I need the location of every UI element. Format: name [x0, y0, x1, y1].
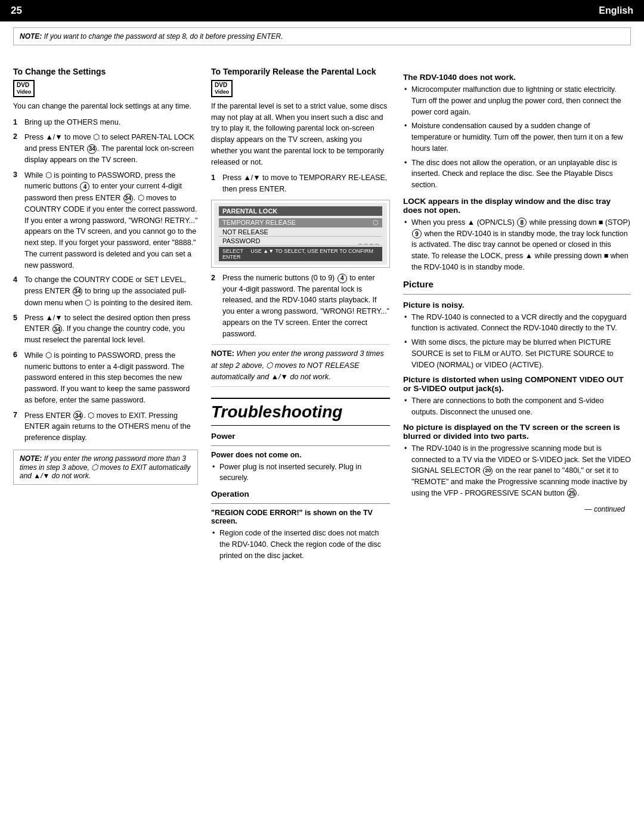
rdv-bullet-3: The disc does not allow the operation, o… [403, 157, 631, 191]
rdv-not-work-bullets: Microcomputer malfunction due to lightni… [403, 84, 631, 191]
picture-distorted-heading: Picture is distorted when using COMPONEN… [403, 375, 631, 393]
dvd-badge-1: DVD Video [13, 80, 35, 97]
no-picture-heading: No picture is displayed on the TV screen… [403, 423, 631, 441]
no-picture-bullets: The RDV-1040 is in the progressive scann… [403, 443, 631, 499]
step-4: 4 To change the COUNTRY CODE or SET LEVE… [13, 274, 198, 308]
section2-steps-2: 2 Press the numeric buttons (0 to 9) 4 t… [211, 272, 390, 340]
picture-heading: Picture [403, 279, 631, 289]
picture-noisy-bullet-1: The RDV-1040 is connected to a VCR direc… [403, 312, 631, 335]
section2-step-1: 1 Press ▲/▼ to move to TEMPORARY RE-LEAS… [211, 172, 390, 195]
page-number: 25 [11, 5, 22, 17]
rdv-bullet-2: Moisture condensation caused by a sudden… [403, 120, 631, 154]
no-picture-bullet-1: The RDV-1040 is in the progressive scann… [403, 443, 631, 499]
rdv-not-work-heading: The RDV-1040 does not work. [403, 73, 631, 82]
operation-heading: Operation [211, 490, 390, 498]
lock-bullet-1: When you press ▲ (OPN/CLS) 8 while press… [403, 217, 631, 273]
operation-bullet-1: Region code of the inserted disc does no… [211, 528, 390, 561]
step-7: 7 Press ENTER 34. ⬡ moves to EXIT. Press… [13, 410, 198, 444]
operation-subheading: "REGION CODE ERROR!" is shown on the TV … [211, 509, 390, 525]
section2-steps: 1 Press ▲/▼ to move to TEMPORARY RE-LEAS… [211, 172, 390, 195]
section2-heading: To Temporarily Release the Parental Lock [211, 67, 390, 76]
step-1: 1 Bring up the OTHERS menu. [13, 117, 198, 128]
continued-text: — continued [403, 505, 631, 513]
middle-column: To Temporarily Release the Parental Lock… [211, 67, 390, 566]
section2-step-2: 2 Press the numeric buttons (0 to 9) 4 t… [211, 272, 390, 340]
power-heading: Power [211, 432, 390, 441]
picture-noisy-bullets: The RDV-1040 is connected to a VCR direc… [403, 312, 631, 371]
note-bottom-left: NOTE: If you enter the wrong password mo… [13, 450, 198, 485]
right-column: The RDV-1040 does not work. Microcompute… [403, 67, 631, 566]
power-bullets: Power plug is not inserted securely. Plu… [211, 462, 390, 484]
screen-row-temp-release: TEMPORARY RELEASE ⬡ [219, 218, 382, 228]
picture-noisy-heading: Picture is noisy. [403, 301, 631, 309]
picture-noisy-bullet-2: With some discs, the picture may be blur… [403, 337, 631, 370]
note-top-text: If you want to change the password at st… [42, 32, 283, 41]
section2-note: NOTE: When you enter the wrong password … [211, 344, 390, 386]
power-subheading: Power does not come on. [211, 451, 390, 459]
note-bottom-left-text: If you enter the wrong password more tha… [20, 454, 190, 480]
parental-lock-screen: PARENTAL LOCK TEMPORARY RELEASE ⬡ NOT RE… [211, 200, 390, 268]
language-label: English [599, 5, 633, 16]
left-column: To Change the Settings DVD Video You can… [13, 67, 198, 566]
troubleshooting-title: Troubleshooting [211, 398, 390, 426]
page: 25 English NOTE: If you want to change t… [0, 0, 644, 833]
section1-heading: To Change the Settings [13, 67, 198, 76]
step-2: 2 Press ▲/▼ to move ⬡ to select PAREN-TA… [13, 131, 198, 165]
main-content: To Change the Settings DVD Video You can… [0, 56, 644, 577]
power-bullet-1: Power plug is not inserted securely. Plu… [211, 462, 390, 484]
lock-appears-heading: LOCK appears in the display window and t… [403, 197, 631, 215]
picture-distorted-bullet-1: There are connections to both the compon… [403, 395, 631, 418]
step-6: 6 While ⬡ is pointing to PASSWORD, press… [13, 349, 198, 406]
header-bar: 25 English [0, 0, 644, 21]
note-top-box: NOTE: If you want to change the password… [13, 27, 631, 45]
screen-row-password: PASSWORD _ _ _ _ [219, 237, 382, 246]
note-bottom-left-bold: NOTE: [20, 454, 42, 463]
operation-bullets: Region code of the inserted disc does no… [211, 528, 390, 561]
dvd-badge-2: DVD Video [211, 80, 233, 97]
section1-intro: You can change the parental lock setting… [13, 101, 198, 112]
screen-row-not-release: NOT RELEASE [219, 228, 382, 237]
section2-intro: If the parental level is set to a strict… [211, 101, 390, 168]
rdv-bullet-1: Microcomputer malfunction due to lightni… [403, 84, 631, 117]
screen-footer: SELECT USE ▲▼ TO SELECT, USE ENTER TO CO… [219, 247, 382, 261]
note-top-bold: NOTE: [20, 32, 42, 41]
step-5: 5 Press ▲/▼ to select the desired option… [13, 312, 198, 346]
lock-appears-bullets: When you press ▲ (OPN/CLS) 8 while press… [403, 217, 631, 273]
picture-distorted-bullets: There are connections to both the compon… [403, 395, 631, 418]
step-3: 3 While ⬡ is pointing to PASSWORD, press… [13, 169, 198, 271]
steps-list: 1 Bring up the OTHERS menu. 2 Press ▲/▼ … [13, 117, 198, 444]
screen-title: PARENTAL LOCK [219, 206, 382, 216]
